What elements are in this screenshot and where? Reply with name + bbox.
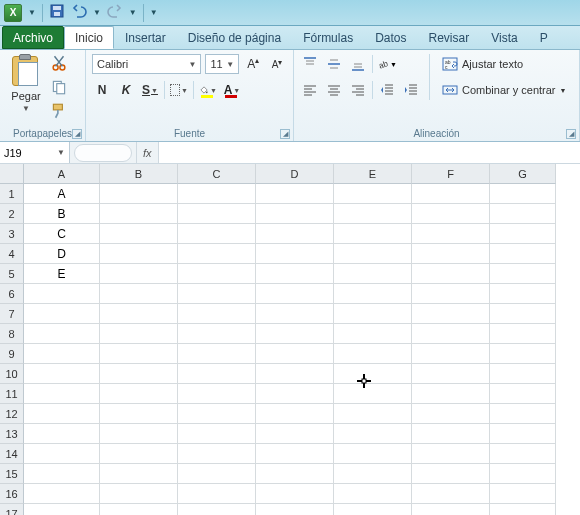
row-header[interactable]: 6 [0, 284, 24, 304]
cell[interactable] [256, 484, 334, 504]
cell[interactable] [256, 464, 334, 484]
grow-font-button[interactable]: A▴ [243, 54, 263, 74]
cell[interactable] [178, 504, 256, 515]
cell[interactable] [412, 284, 490, 304]
cell[interactable] [24, 444, 100, 464]
cell[interactable] [24, 324, 100, 344]
cell[interactable] [256, 324, 334, 344]
align-left-button[interactable] [300, 80, 320, 100]
cell[interactable] [334, 464, 412, 484]
row-header[interactable]: 17 [0, 504, 24, 515]
cell[interactable] [256, 184, 334, 204]
cell[interactable] [256, 424, 334, 444]
cell[interactable] [100, 284, 178, 304]
increase-indent-button[interactable] [401, 80, 421, 100]
decrease-indent-button[interactable] [377, 80, 397, 100]
cell[interactable] [178, 384, 256, 404]
cell[interactable]: C [24, 224, 100, 244]
cell[interactable] [100, 324, 178, 344]
row-header[interactable]: 7 [0, 304, 24, 324]
borders-button[interactable]: ▼ [169, 80, 189, 100]
row-header[interactable]: 3 [0, 224, 24, 244]
cell[interactable] [256, 444, 334, 464]
row-header[interactable]: 4 [0, 244, 24, 264]
font-name-combo[interactable]: Calibri▼ [92, 54, 201, 74]
cell[interactable] [412, 244, 490, 264]
row-header[interactable]: 15 [0, 464, 24, 484]
tab-datos[interactable]: Datos [364, 26, 417, 49]
font-launcher[interactable]: ◢ [280, 129, 290, 139]
cell[interactable] [412, 264, 490, 284]
cell[interactable] [178, 484, 256, 504]
cell[interactable] [100, 264, 178, 284]
cell[interactable] [24, 304, 100, 324]
undo-icon[interactable] [71, 3, 87, 23]
cell[interactable]: B [24, 204, 100, 224]
cell[interactable] [412, 364, 490, 384]
align-top-button[interactable] [300, 54, 320, 74]
name-box[interactable]: J19▼ [0, 142, 70, 163]
tab-diseño-de-página[interactable]: Diseño de página [177, 26, 292, 49]
cell[interactable] [24, 364, 100, 384]
redo-dropdown[interactable]: ▼ [129, 8, 137, 17]
font-size-combo[interactable]: 11▼ [205, 54, 239, 74]
cell[interactable] [334, 444, 412, 464]
column-header[interactable]: G [490, 164, 556, 184]
cell[interactable]: E [24, 264, 100, 284]
cell[interactable] [178, 184, 256, 204]
undo-dropdown[interactable]: ▼ [93, 8, 101, 17]
cell[interactable] [412, 484, 490, 504]
fx-label[interactable]: fx [136, 142, 158, 163]
redo-icon[interactable] [107, 3, 123, 23]
cell[interactable] [178, 304, 256, 324]
row-header[interactable]: 2 [0, 204, 24, 224]
cell[interactable] [178, 324, 256, 344]
cell[interactable] [334, 184, 412, 204]
cell[interactable] [100, 184, 178, 204]
cell[interactable] [178, 364, 256, 384]
clipboard-launcher[interactable]: ◢ [72, 129, 82, 139]
cell[interactable] [490, 444, 556, 464]
align-right-button[interactable] [348, 80, 368, 100]
cell[interactable] [100, 204, 178, 224]
cell[interactable] [412, 404, 490, 424]
cell[interactable] [490, 344, 556, 364]
cell[interactable] [178, 204, 256, 224]
row-header[interactable]: 14 [0, 444, 24, 464]
cell[interactable]: D [24, 244, 100, 264]
tab-fórmulas[interactable]: Fórmulas [292, 26, 364, 49]
format-painter-icon[interactable] [50, 102, 68, 120]
cell[interactable] [490, 304, 556, 324]
cell[interactable] [334, 224, 412, 244]
cell[interactable] [334, 384, 412, 404]
row-header[interactable]: 1 [0, 184, 24, 204]
name-box-expand[interactable] [74, 144, 132, 162]
cell[interactable] [490, 404, 556, 424]
cell[interactable] [100, 384, 178, 404]
cell[interactable] [412, 184, 490, 204]
cell[interactable] [490, 324, 556, 344]
cell[interactable] [100, 404, 178, 424]
tab-inicio[interactable]: Inicio [64, 26, 114, 49]
cell[interactable] [412, 464, 490, 484]
cell[interactable] [256, 304, 334, 324]
cell[interactable] [490, 284, 556, 304]
cell[interactable] [490, 364, 556, 384]
tab-insertar[interactable]: Insertar [114, 26, 177, 49]
cell[interactable] [24, 464, 100, 484]
tab-revisar[interactable]: Revisar [418, 26, 481, 49]
select-all-corner[interactable] [0, 164, 24, 184]
row-header[interactable]: 16 [0, 484, 24, 504]
cell[interactable] [24, 424, 100, 444]
cell[interactable] [412, 224, 490, 244]
font-color-button[interactable]: A▼ [222, 80, 242, 100]
cell[interactable] [334, 404, 412, 424]
cell[interactable] [334, 204, 412, 224]
cell[interactable] [178, 444, 256, 464]
column-header[interactable]: A [24, 164, 100, 184]
align-middle-button[interactable] [324, 54, 344, 74]
column-header[interactable]: C [178, 164, 256, 184]
italic-button[interactable]: K [116, 80, 136, 100]
cell[interactable] [334, 304, 412, 324]
align-center-button[interactable] [324, 80, 344, 100]
